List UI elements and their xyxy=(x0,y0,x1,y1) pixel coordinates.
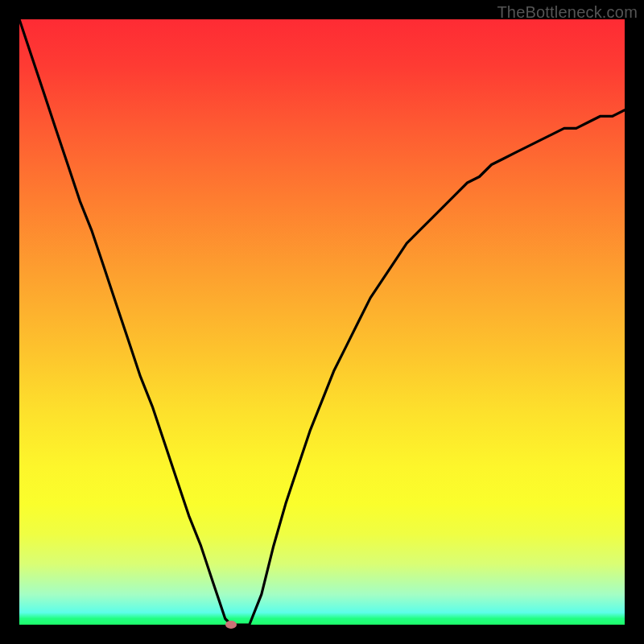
chart-frame: TheBottleneck.com xyxy=(0,0,644,644)
bottleneck-curve xyxy=(19,19,625,625)
watermark-text: TheBottleneck.com xyxy=(497,3,638,22)
minimum-marker-dot xyxy=(225,621,237,629)
